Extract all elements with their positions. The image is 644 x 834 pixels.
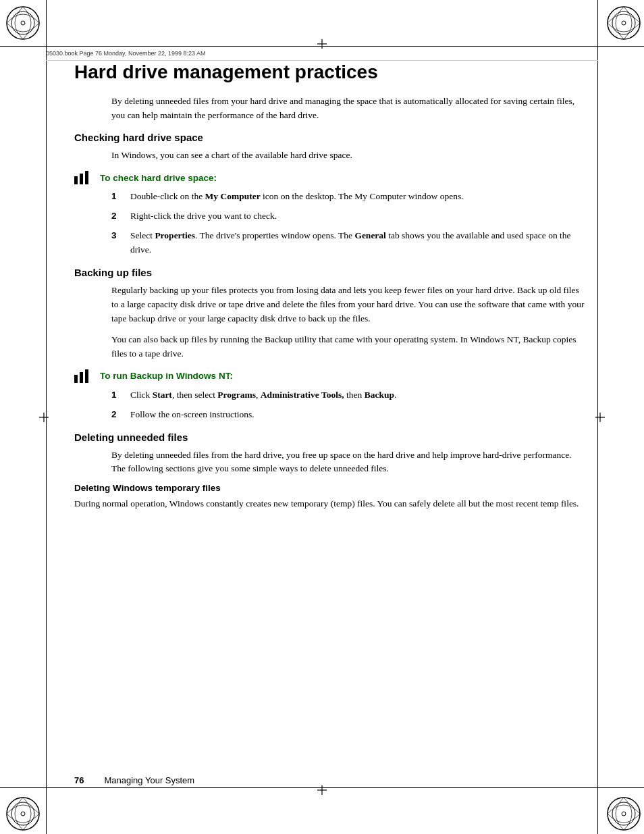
- check-step-2-num: 2: [111, 209, 130, 224]
- subbody-temp-files: During normal operation, Windows constan…: [74, 497, 587, 511]
- check-step-1-num: 1: [111, 190, 130, 204]
- backup-step-1: 1 Click Start, then select Programs, Adm…: [111, 388, 587, 402]
- check-step-3: 3 Select Properties. The drive's propert…: [111, 229, 587, 257]
- backup-step-1-text: Click Start, then select Programs, Admin…: [130, 388, 587, 402]
- svg-point-11: [622, 812, 626, 816]
- procedure-check-heading: To check hard drive space:: [74, 171, 587, 184]
- bar-3: [85, 171, 88, 184]
- footer: 76 Managing Your System: [74, 775, 587, 785]
- backup-step-1-num: 1: [111, 388, 130, 402]
- corner-decoration-tr: [606, 5, 639, 38]
- backup-step-2: 2 Follow the on-screen instructions.: [111, 408, 587, 422]
- check-step-1: 1 Double-click on the My Computer icon o…: [111, 190, 587, 204]
- crosshair-left: [39, 413, 49, 422]
- checking-body: In Windows, you can see a chart of the a…: [111, 149, 587, 163]
- procedure-icon-check: [74, 171, 93, 184]
- check-step-1-text: Double-click on the My Computer icon on …: [130, 190, 587, 204]
- check-steps-list: 1 Double-click on the My Computer icon o…: [111, 190, 587, 257]
- intro-paragraph: By deleting unneeded files from your har…: [111, 95, 587, 123]
- bars-icon: [74, 171, 88, 184]
- check-step-2-text: Right-click the drive you want to check.: [130, 209, 587, 224]
- bar-1: [74, 176, 78, 184]
- section-heading-backing: Backing up files: [74, 267, 587, 278]
- deleting-body: By deleting unneeded files from the hard…: [111, 448, 587, 477]
- check-step-2: 2 Right-click the drive you want to chec…: [111, 209, 587, 224]
- backup-step-2-num: 2: [111, 408, 130, 422]
- bar-1b: [74, 375, 78, 383]
- main-content: Hard drive management practices By delet…: [74, 61, 587, 773]
- page: 05030.book Page 76 Monday, November 22, …: [0, 0, 644, 834]
- bars-icon-2: [74, 369, 88, 383]
- backing-body2: You can also back up files by running th…: [111, 333, 587, 361]
- backup-step-2-text: Follow the on-screen instructions.: [130, 408, 587, 422]
- section-heading-checking: Checking hard drive space: [74, 132, 587, 143]
- corner-decoration-br: [606, 796, 639, 829]
- page-title: Hard drive management practices: [74, 61, 587, 84]
- subheading-temp-files: Deleting Windows temporary files: [74, 483, 587, 493]
- bar-3b: [85, 369, 88, 383]
- backing-body1: Regularly backing up your files protects…: [111, 284, 587, 326]
- header-text: 05030.book Page 76 Monday, November 22, …: [46, 50, 206, 57]
- corner-decoration-tl: [5, 5, 38, 38]
- check-step-3-num: 3: [111, 229, 130, 257]
- svg-point-8: [21, 812, 25, 816]
- procedure-icon-backup: [74, 369, 93, 383]
- check-step-3-text: Select Properties. The drive's propertie…: [130, 229, 587, 257]
- bar-2b: [80, 372, 83, 383]
- procedure-label-backup: To run Backup in Windows NT:: [100, 371, 233, 381]
- margin-line-left: [46, 0, 47, 834]
- svg-point-2: [21, 21, 25, 25]
- bar-2: [80, 174, 83, 184]
- footer-chapter-title: Managing Your System: [104, 775, 194, 785]
- procedure-label-check: To check hard drive space:: [100, 173, 217, 183]
- section-heading-deleting: Deleting unneeded files: [74, 432, 587, 443]
- procedure-backup-heading: To run Backup in Windows NT:: [74, 369, 587, 383]
- margin-line-bottom: [0, 787, 644, 788]
- margin-line-right: [597, 0, 598, 834]
- svg-point-5: [622, 21, 626, 25]
- header-bar: 05030.book Page 76 Monday, November 22, …: [46, 46, 598, 61]
- backup-steps-list: 1 Click Start, then select Programs, Adm…: [111, 388, 587, 422]
- footer-page-number: 76: [74, 775, 84, 785]
- corner-decoration-bl: [5, 796, 38, 829]
